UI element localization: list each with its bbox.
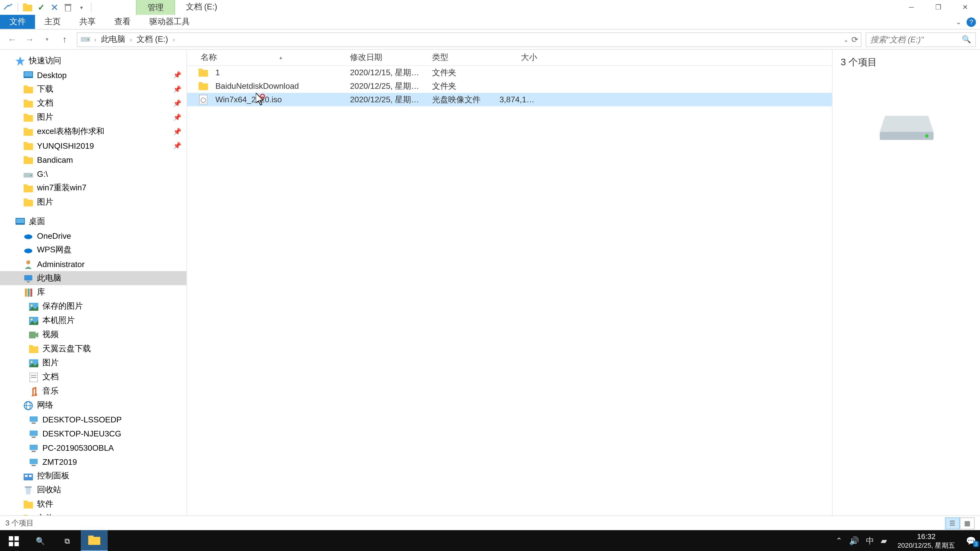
file-row[interactable]: Win7x64_2020.iso2020/12/25, 星期五 1...光盘映像…	[187, 93, 832, 106]
nav-history-dropdown[interactable]: ▾	[39, 32, 55, 48]
folder-icon[interactable]	[22, 2, 33, 13]
view-details-button[interactable]: ☰	[945, 517, 960, 529]
tree-item[interactable]: 库	[0, 285, 186, 299]
svg-rect-10	[24, 85, 27, 88]
tray-overflow-icon[interactable]: ⌃	[835, 536, 842, 546]
delete-icon[interactable]	[62, 2, 73, 13]
ribbon-tab-share[interactable]: 共享	[70, 15, 105, 29]
navigation-tree[interactable]: 快速访问 Desktop📌下载📌文档📌图片📌excel表格制作求和📌YUNQIS…	[0, 50, 187, 515]
tree-item[interactable]: PC-20190530OBLA	[0, 441, 186, 454]
view-thumbnails-button[interactable]: ▦	[960, 517, 975, 529]
tree-item[interactable]: 软件	[0, 497, 186, 511]
tree-item[interactable]: OneDrive	[0, 229, 186, 243]
tree-item[interactable]: 文档📌	[0, 96, 186, 110]
tree-item[interactable]: 网络	[0, 398, 186, 412]
svg-rect-33	[27, 281, 30, 282]
tray-app-icon[interactable]: ▰	[881, 536, 887, 546]
search-icon[interactable]: 🔍	[962, 35, 971, 44]
nav-up-button[interactable]: ↑	[57, 32, 73, 48]
minimize-button[interactable]: ─	[898, 0, 924, 14]
content: 名称▴ 修改日期 类型 大小 12020/12/15, 星期二 1...文件夹B…	[187, 50, 980, 515]
tree-desktop-root[interactable]: 桌面	[0, 214, 186, 229]
tree-item[interactable]: G:\	[0, 167, 186, 181]
refresh-icon[interactable]: ⟳	[851, 35, 858, 44]
column-headers[interactable]: 名称▴ 修改日期 类型 大小	[187, 50, 832, 66]
dropdown-icon[interactable]: ▾	[76, 2, 87, 13]
cloud-icon	[23, 245, 34, 256]
tree-quick-access[interactable]: 快速访问	[0, 54, 186, 68]
star-icon	[15, 56, 25, 66]
start-button[interactable]	[0, 530, 27, 551]
chevron-right-icon[interactable]: ›	[171, 36, 177, 43]
breadcrumb-item[interactable]: 此电脑	[100, 34, 126, 45]
tree-item[interactable]: 此电脑	[0, 271, 186, 285]
tree-item[interactable]: excel表格制作求和📌	[0, 124, 186, 138]
file-row[interactable]: BaiduNetdiskDownload2020/12/25, 星期五 1...…	[187, 79, 832, 93]
breadcrumb[interactable]: › 此电脑 › 文档 (E:) › ⌄ ⟳	[77, 32, 862, 47]
tree-item[interactable]: YUNQISHI2019📌	[0, 138, 186, 152]
task-view-button[interactable]: ⧉	[54, 530, 81, 551]
tree-item[interactable]: 图片	[0, 195, 186, 209]
tree-item[interactable]: Bandicam	[0, 153, 186, 167]
app-icon[interactable]	[3, 2, 14, 13]
tree-item[interactable]: 图片	[0, 356, 186, 370]
tree-item[interactable]: DESKTOP-LSSOEDP	[0, 413, 186, 427]
svg-rect-12	[24, 99, 27, 102]
tree-item[interactable]: 文档	[0, 370, 186, 384]
help-button[interactable]: ?	[966, 17, 976, 27]
file-row[interactable]: 12020/12/15, 星期二 1...文件夹	[187, 66, 832, 79]
column-type[interactable]: 类型	[430, 52, 497, 63]
explorer-button[interactable]	[81, 530, 107, 551]
svg-point-5	[88, 39, 89, 40]
svg-rect-83	[8, 541, 13, 546]
ime-indicator[interactable]: 中	[866, 535, 874, 547]
column-name[interactable]: 名称▴	[198, 52, 347, 63]
clock[interactable]: 16:32 2020/12/25, 星期五	[894, 532, 959, 549]
tree-item[interactable]: 回收站	[0, 483, 186, 497]
close-button[interactable]: ✕	[952, 0, 978, 14]
nav-forward-button[interactable]: →	[21, 32, 38, 48]
doc-icon	[28, 372, 39, 383]
chevron-right-icon[interactable]: ›	[128, 36, 134, 43]
ribbon-tab-file[interactable]: 文件	[0, 15, 35, 29]
tree-item[interactable]: 视频	[0, 327, 186, 341]
breadcrumb-item[interactable]: 文档 (E:)	[135, 34, 169, 45]
ribbon-tab-view[interactable]: 查看	[105, 15, 140, 29]
context-tab-manage[interactable]: 管理	[136, 0, 175, 15]
svg-rect-4	[81, 37, 90, 41]
tree-item[interactable]: 下载📌	[0, 82, 186, 96]
chevron-right-icon[interactable]: ›	[92, 36, 98, 43]
folder-icon	[28, 343, 39, 354]
nav-back-button[interactable]: ←	[4, 32, 20, 48]
check-icon[interactable]: ✓	[36, 2, 46, 13]
close-icon[interactable]: ✕	[49, 2, 60, 13]
search-box[interactable]: 🔍	[865, 32, 976, 47]
action-center-icon[interactable]: 💬3	[966, 536, 976, 546]
tree-item[interactable]: 文件	[0, 511, 186, 515]
tree-item[interactable]: win7重装win7	[0, 181, 186, 195]
dropdown-icon[interactable]: ⌄	[843, 36, 849, 43]
tree-item[interactable]: 控制面板	[0, 469, 186, 483]
column-date[interactable]: 修改日期	[347, 52, 430, 63]
file-list[interactable]: 名称▴ 修改日期 类型 大小 12020/12/15, 星期二 1...文件夹B…	[187, 50, 832, 515]
tree-item[interactable]: Desktop📌	[0, 68, 186, 82]
ribbon-tab-drivetools[interactable]: 驱动器工具	[140, 15, 199, 29]
bin-icon	[23, 485, 34, 495]
tree-item[interactable]: 本机照片	[0, 313, 186, 327]
ribbon-tab-home[interactable]: 主页	[35, 15, 70, 29]
maximize-button[interactable]: ❐	[925, 0, 952, 14]
volume-icon[interactable]: 🔊	[849, 536, 859, 546]
search-input[interactable]	[870, 35, 971, 44]
tree-item[interactable]: 保存的图片	[0, 300, 186, 313]
tree-item[interactable]: 音乐	[0, 384, 186, 398]
tree-item[interactable]: DESKTOP-NJEU3CG	[0, 427, 186, 441]
tree-item[interactable]: ZMT2019	[0, 455, 186, 469]
tree-item[interactable]: Administrator	[0, 257, 186, 271]
tree-item[interactable]: WPS网盘	[0, 243, 186, 257]
tree-item[interactable]: 天翼云盘下载	[0, 342, 186, 356]
column-size[interactable]: 大小	[496, 52, 540, 63]
ribbon-expand-icon[interactable]: ⌄	[956, 18, 961, 25]
tree-item[interactable]: 图片📌	[0, 110, 186, 124]
search-button[interactable]: 🔍	[27, 530, 54, 551]
system-tray[interactable]: ⌃ 🔊 中 ▰ 16:32 2020/12/25, 星期五 💬3	[832, 530, 980, 551]
